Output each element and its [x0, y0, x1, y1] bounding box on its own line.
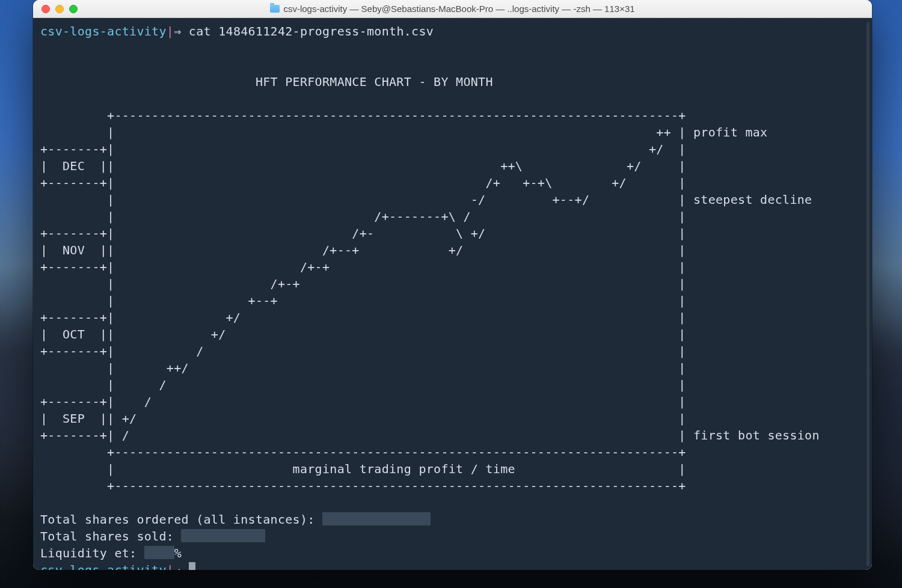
zoom-button[interactable]	[69, 5, 78, 13]
ascii-chart: HFT PERFORMANCE CHART - BY MONTH +------…	[40, 75, 820, 493]
prompt-separator: |	[167, 24, 174, 38]
folder-icon	[270, 5, 280, 13]
window-title-text: csv-logs-activity — Seby@Sebastians-MacB…	[283, 4, 634, 14]
prompt-separator: |	[167, 563, 174, 570]
close-button[interactable]	[41, 5, 50, 13]
stat-shares-sold-label: Total shares sold:	[40, 529, 181, 544]
stat-shares-ordered-label: Total shares ordered (all instances):	[40, 512, 322, 527]
terminal-body[interactable]: csv-logs-activity|⇒ cat 1484611242-progr…	[33, 18, 872, 570]
redacted-value	[322, 512, 431, 525]
window-titlebar[interactable]: csv-logs-activity — Seby@Sebastians-MacB…	[33, 0, 872, 18]
prompt-arrow: ⇒	[174, 24, 181, 38]
redacted-value	[144, 546, 174, 559]
window-title: csv-logs-activity — Seby@Sebastians-MacB…	[33, 4, 872, 14]
cursor	[189, 562, 195, 570]
command-text: cat 1484611242-progress-month.csv	[189, 24, 434, 38]
stat-liquidity-suffix: %	[174, 546, 182, 560]
prompt-arrow: ⇒	[174, 563, 181, 570]
redacted-value	[181, 529, 265, 542]
stat-liquidity-label: Liquidity et:	[40, 546, 144, 560]
prompt-dir: csv-logs-activity	[40, 24, 167, 38]
prompt-dir: csv-logs-activity	[40, 563, 167, 570]
terminal-window: csv-logs-activity — Seby@Sebastians-MacB…	[33, 0, 872, 570]
minimize-button[interactable]	[55, 5, 64, 13]
window-controls	[41, 5, 78, 13]
